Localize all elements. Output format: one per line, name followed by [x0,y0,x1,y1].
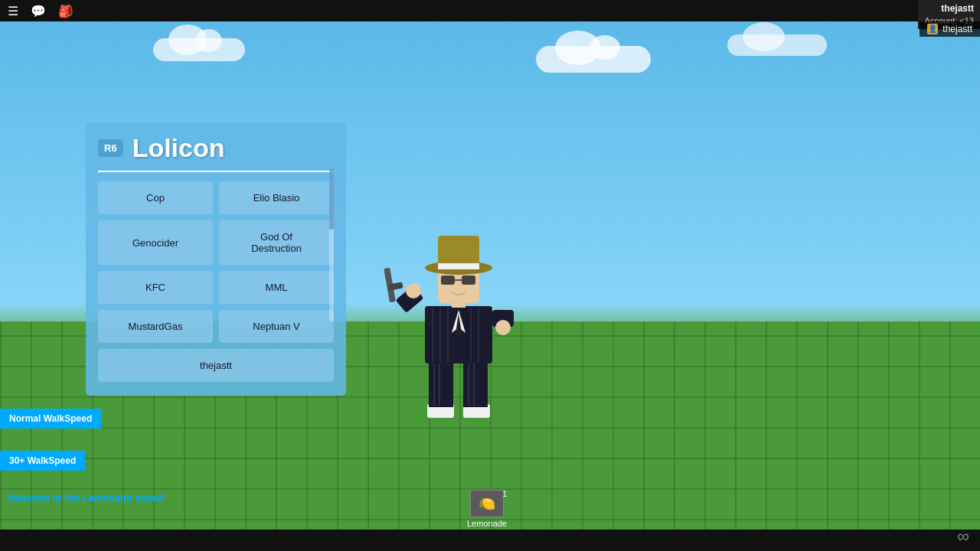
svg-rect-24 [441,276,455,285]
cloud-1 [153,38,245,61]
user-bar-username: thejastt [942,24,972,34]
btn-thejastt[interactable]: thejastt [98,349,334,382]
svg-rect-25 [462,276,475,285]
btn-mml[interactable]: MML [219,271,334,304]
top-bar: ☰ 💬 🎒 thejastt Account: <13 [0,0,980,21]
panel-grid: Cop Elio Blasio Genocider God OfDestruct… [98,181,334,343]
scroll-thumb [329,168,334,230]
cloud-3 [727,34,827,56]
svg-rect-29 [438,263,479,269]
bottom-bar: ∞ [0,530,980,551]
lemonade-count: 1 [502,490,507,498]
panel-header: R6 Lolicon [98,133,334,163]
btn-neptuan-v[interactable]: Neptuan V [219,310,334,343]
btn-cop[interactable]: Cop [98,181,213,214]
btn-mustardgas[interactable]: MustardGas [98,310,213,343]
account-username: thejastt [924,2,974,15]
svg-rect-3 [463,360,488,407]
character [383,214,536,429]
svg-rect-2 [429,360,453,407]
user-avatar-icon: 👤 [927,24,938,34]
btn-elio-blasio[interactable]: Elio Blasio [219,181,334,214]
bag-icon[interactable]: 🎒 [58,4,74,18]
lemonade-label: Lemonade [467,519,507,528]
btn-genocider[interactable]: Genocider [98,220,213,265]
panel-divider [98,171,334,172]
chat-icon[interactable]: 💬 [31,4,46,18]
infinity-icon: ∞ [957,527,969,546]
btn-god-of-destruction[interactable]: God OfDestruction [219,220,334,265]
scroll-indicator[interactable] [329,168,334,321]
svg-point-20 [406,283,421,298]
welcome-text: Welcome to the Lemonade stand! [6,492,165,504]
cloud-2 [536,46,651,73]
lemonade-box: 1 🍋 [470,490,504,517]
menu-icon[interactable]: ☰ [8,4,18,18]
svg-point-21 [495,320,511,335]
user-bar: 👤 thejastt [920,21,980,37]
lemonade-item[interactable]: 1 🍋 Lemonade [467,490,507,528]
walkspeed-normal-button[interactable]: Normal WalkSpeed [0,409,101,429]
btn-kfc[interactable]: KFC [98,271,213,304]
panel-title: Lolicon [132,133,225,163]
r6-badge: R6 [98,139,123,157]
main-panel: R6 Lolicon Cop Elio Blasio Genocider God… [86,122,346,396]
walkspeed-30-button[interactable]: 30+ WalkSpeed [0,451,85,471]
